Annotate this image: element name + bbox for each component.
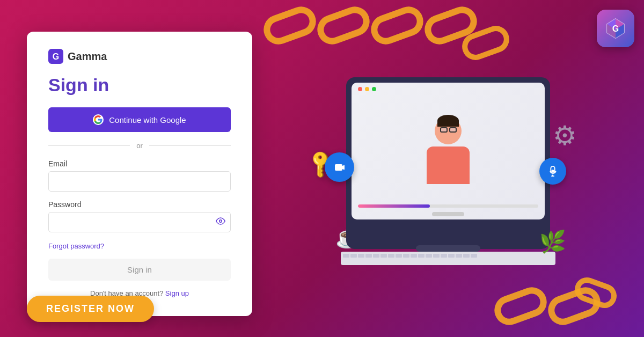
divider-row: or (48, 142, 231, 150)
monitor-screen (352, 83, 545, 219)
register-now-wrapper: REGISTER NOW (27, 296, 154, 322)
google-button-label: Continue with Google (109, 115, 186, 124)
key (411, 254, 417, 258)
email-field-group: Email (48, 159, 231, 192)
dot-yellow (365, 87, 369, 91)
person-hair (437, 115, 459, 127)
gamma-logo-icon: G (48, 49, 63, 64)
key (463, 254, 470, 258)
microphone-icon (539, 158, 566, 185)
keyboard (341, 252, 555, 265)
divider-text: or (136, 142, 143, 150)
signin-title: Sign in (48, 75, 231, 96)
person-glasses (438, 127, 458, 133)
monitor-base (416, 245, 480, 252)
key (373, 254, 379, 258)
key (441, 254, 447, 258)
google-icon (93, 114, 104, 125)
key (456, 254, 462, 258)
logo-area: G Gamma (48, 49, 231, 64)
monitor-body (346, 77, 550, 249)
email-input[interactable] (48, 171, 231, 192)
key (388, 254, 394, 258)
key (418, 254, 425, 258)
signup-link[interactable]: Sign up (165, 289, 189, 297)
person-head (435, 118, 462, 144)
screen-progress-fill (358, 204, 430, 208)
person-figure (419, 118, 478, 203)
key (396, 254, 402, 258)
register-now-button[interactable]: REGISTER NOW (27, 296, 154, 322)
screen-progress-bar (358, 204, 538, 208)
video-call-icon (325, 152, 354, 182)
app-name-label: Gamma (68, 50, 107, 63)
page-layout: G Gamma Sign in Continue with Google or (0, 0, 644, 337)
dot-green (372, 87, 376, 91)
signin-submit-button[interactable]: Sign in (48, 259, 231, 281)
password-label: Password (48, 200, 231, 209)
glasses-right (449, 127, 457, 133)
key (350, 254, 357, 258)
key (403, 254, 409, 258)
monitor-illustration: 🔑 ⚙ ☕ 💬 (335, 77, 561, 260)
plant-icon: 🌿 (539, 229, 566, 254)
key (426, 254, 432, 258)
key (380, 254, 387, 258)
glasses-left (440, 127, 448, 133)
svg-point-12 (551, 170, 554, 173)
password-input[interactable] (48, 212, 231, 232)
person-body (427, 146, 470, 184)
key (471, 254, 477, 258)
divider-line-left (48, 145, 130, 146)
gear-icon: ⚙ (553, 120, 577, 151)
svg-text:G: G (612, 24, 619, 33)
svg-text:G: G (53, 52, 59, 61)
key (433, 254, 440, 258)
email-label: Email (48, 159, 231, 168)
dot-red (358, 87, 362, 91)
illustration-area: 🔑 ⚙ ☕ 💬 (252, 0, 644, 337)
google-signin-button[interactable]: Continue with Google (48, 107, 231, 132)
key (358, 254, 364, 258)
screen-traffic-lights (358, 87, 376, 91)
signin-card: G Gamma Sign in Continue with Google or (27, 32, 252, 316)
forgot-password-link[interactable]: Forgot password? (48, 242, 104, 250)
password-field-group: Password (48, 200, 231, 232)
toggle-password-icon[interactable] (216, 216, 225, 228)
divider-line-right (149, 145, 231, 146)
top-right-logo: G (597, 10, 634, 47)
password-wrapper (48, 212, 231, 232)
svg-point-8 (219, 220, 222, 223)
key (365, 254, 372, 258)
key (448, 254, 455, 258)
gamma-cube-icon: G (604, 17, 627, 40)
screen-button (432, 212, 464, 216)
key (343, 254, 349, 258)
